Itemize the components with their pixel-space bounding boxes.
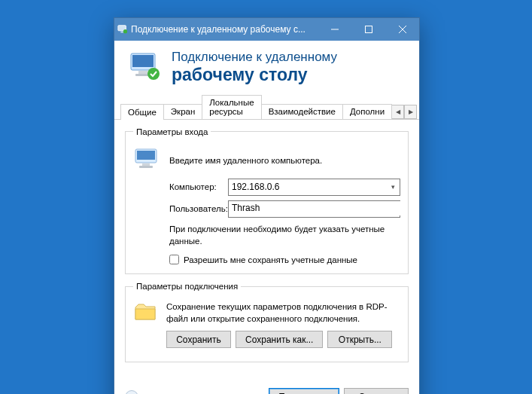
dialog-header: Подключение к удаленному рабочему столу	[114, 41, 419, 95]
computer-combo[interactable]: ▾	[228, 179, 400, 196]
connect-button[interactable]: Подключить	[269, 388, 339, 394]
connection-group: Параметры подключения Сохранение текущих…	[125, 282, 409, 362]
dialog-window: Подключение к удаленному рабочему с... П…	[114, 17, 420, 394]
header-line2: рабочему столу	[172, 65, 337, 84]
remember-checkbox[interactable]	[169, 255, 179, 264]
titlebar[interactable]: Подключение к удаленному рабочему с...	[114, 18, 419, 41]
header-line1: Подключение к удаленному	[172, 50, 337, 65]
open-button[interactable]: Открыть...	[327, 331, 392, 348]
svg-rect-4	[365, 26, 372, 33]
login-legend: Параметры входа	[133, 127, 211, 136]
tab-advanced[interactable]: Дополни	[342, 104, 392, 119]
tab-local-resources[interactable]: Локальные ресурсы	[202, 95, 261, 119]
svg-rect-15	[139, 166, 153, 168]
window-title: Подключение к удаленному рабочему с...	[131, 24, 318, 35]
svg-point-11	[147, 68, 160, 80]
user-label: Пользователь:	[169, 204, 228, 213]
computer-icon	[133, 147, 163, 174]
tab-scroll-right[interactable]: ▶	[404, 105, 417, 119]
tab-display[interactable]: Экран	[163, 104, 202, 119]
connection-legend: Параметры подключения	[133, 282, 241, 291]
tab-scroll-left[interactable]: ◀	[391, 105, 404, 119]
connection-text: Сохранение текущих параметров подключени…	[166, 301, 400, 325]
login-instruction: Введите имя удаленного компьютера.	[169, 156, 322, 165]
rdp-large-icon	[128, 51, 163, 83]
svg-rect-9	[138, 71, 147, 74]
svg-rect-1	[120, 32, 123, 33]
computer-input[interactable]	[229, 180, 387, 194]
hide-options-link[interactable]: ▲ Скрыть параметры	[125, 390, 220, 394]
close-button[interactable]	[385, 18, 419, 41]
svg-rect-14	[142, 163, 150, 166]
tab-general[interactable]: Общие	[120, 104, 164, 120]
dialog-body: Параметры входа Введите имя удаленного к…	[114, 120, 419, 380]
computer-label: Компьютер:	[169, 182, 228, 191]
user-textbox[interactable]	[228, 200, 400, 218]
folder-icon	[133, 301, 159, 324]
chevron-down-icon[interactable]: ▾	[387, 179, 400, 195]
tab-experience[interactable]: Взаимодействие	[261, 104, 343, 119]
tab-strip: Общие Экран Локальные ресурсы Взаимодейс…	[114, 95, 419, 120]
login-group: Параметры входа Введите имя удаленного к…	[125, 127, 409, 274]
svg-point-2	[123, 29, 127, 33]
credentials-note: При подключении необходимо будет указать…	[169, 224, 400, 247]
save-as-button[interactable]: Сохранить как...	[236, 331, 323, 348]
maximize-button[interactable]	[351, 18, 385, 41]
rdp-icon	[114, 24, 131, 35]
dialog-footer: ▲ Скрыть параметры Подключить Справка	[114, 380, 419, 394]
minimize-button[interactable]	[318, 18, 351, 41]
remember-label: Разрешить мне сохранять учетные данные	[184, 255, 357, 264]
svg-rect-13	[137, 151, 155, 160]
save-button[interactable]: Сохранить	[166, 331, 231, 348]
help-button[interactable]: Справка	[344, 388, 409, 394]
user-input[interactable]	[229, 201, 406, 215]
svg-rect-8	[132, 55, 154, 67]
chevron-up-icon: ▲	[125, 390, 138, 394]
